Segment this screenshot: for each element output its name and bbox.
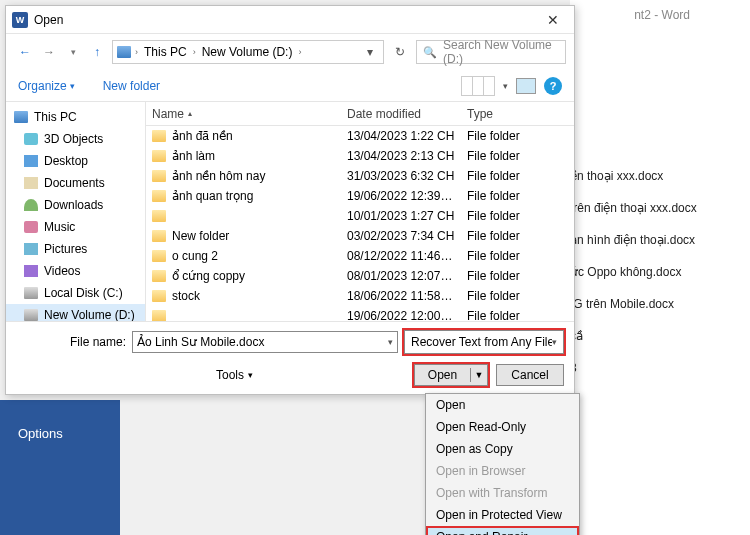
help-button[interactable]: ? [544, 77, 562, 95]
file-date: 31/03/2023 6:32 CH [341, 169, 461, 183]
icon-pc [14, 111, 28, 123]
sidebar: This PC3D ObjectsDesktopDocumentsDownloa… [6, 102, 146, 321]
back-button[interactable]: ← [14, 41, 36, 63]
close-button[interactable]: ✕ [538, 12, 568, 28]
chevron-down-icon[interactable]: ▾ [388, 337, 393, 347]
sidebar-item[interactable]: Pictures [6, 238, 145, 260]
menu-item[interactable]: Open Read-Only [426, 416, 579, 438]
file-row[interactable]: stock18/06/2022 11:58 CHFile folder [146, 286, 574, 306]
recent-dropdown-icon[interactable]: ▾ [62, 41, 84, 63]
sidebar-item-label: Desktop [44, 154, 88, 168]
bg-app-title: nt2 - Word [634, 8, 690, 22]
file-row[interactable]: 10/01/2023 1:27 CHFile folder [146, 206, 574, 226]
chevron-down-icon: ▾ [552, 337, 557, 347]
sidebar-item[interactable]: New Volume (D:) [6, 304, 145, 321]
open-split-button[interactable]: Open ▼ [414, 364, 488, 386]
open-dropdown-menu: OpenOpen Read-OnlyOpen as CopyOpen in Br… [425, 393, 580, 535]
file-name: ổ cứng coppy [172, 269, 245, 283]
sidebar-item[interactable]: Local Disk (C:) [6, 282, 145, 304]
path-dropdown[interactable]: ▾ [361, 45, 379, 59]
organize-button[interactable]: Organize▾ [18, 79, 75, 93]
file-type: File folder [461, 209, 574, 223]
file-row[interactable]: ảnh làm13/04/2023 2:13 CHFile folder [146, 146, 574, 166]
file-row[interactable]: ảnh đã nền13/04/2023 1:22 CHFile folder [146, 126, 574, 146]
bg-file-list: ền thoại xxx.docxtrên điện thoại xxx.doc… [570, 160, 730, 416]
bg-file-item: ls [570, 384, 730, 416]
sidebar-item[interactable]: Videos [6, 260, 145, 282]
filename-label: File name: [16, 335, 126, 349]
breadcrumb[interactable]: › This PC › New Volume (D:) › ▾ [112, 40, 384, 64]
file-icon [152, 250, 166, 262]
preview-pane-button[interactable] [516, 78, 536, 94]
file-row[interactable]: ảnh quan trọng19/06/2022 12:39 SAFile fo… [146, 186, 574, 206]
file-name: stock [172, 289, 200, 303]
bg-file-item: ản hình điện thoại.docx [570, 224, 730, 256]
bg-file-item: /G trên Mobile.docx [570, 288, 730, 320]
file-name: ảnh nền hôm nay [172, 169, 265, 183]
chevron-right-icon: › [133, 47, 140, 57]
file-icon [152, 190, 166, 202]
icon-music [24, 221, 38, 233]
cancel-button[interactable]: Cancel [496, 364, 564, 386]
bg-file-item: 3 [570, 352, 730, 384]
menu-item[interactable]: Open in Protected View [426, 504, 579, 526]
view-dropdown-icon[interactable]: ▾ [503, 81, 508, 91]
sidebar-item[interactable]: This PC [6, 106, 145, 128]
newfolder-button[interactable]: New folder [103, 79, 160, 93]
refresh-button[interactable]: ↻ [388, 40, 412, 64]
search-placeholder: Search New Volume (D:) [443, 38, 559, 66]
file-row[interactable]: 19/06/2022 12:00 SAFile folder [146, 306, 574, 321]
file-name: ảnh làm [172, 149, 215, 163]
search-input[interactable]: 🔍 Search New Volume (D:) [416, 40, 566, 64]
icon-videos [24, 265, 38, 277]
up-button[interactable]: ↑ [86, 41, 108, 63]
filename-input[interactable]: Ảo Linh Sư Mobile.docx ▾ [132, 331, 398, 353]
view-mode-button[interactable] [461, 76, 495, 96]
file-row[interactable]: o cung 208/12/2022 11:46 SAFile folder [146, 246, 574, 266]
sidebar-item[interactable]: Desktop [6, 150, 145, 172]
file-icon [152, 170, 166, 182]
menu-item[interactable]: Open and Repair [426, 526, 579, 535]
file-row[interactable]: ảnh nền hôm nay31/03/2023 6:32 CHFile fo… [146, 166, 574, 186]
open-dropdown-caret[interactable]: ▼ [471, 370, 487, 380]
file-icon [152, 210, 166, 222]
file-date: 18/06/2022 11:58 CH [341, 289, 461, 303]
file-type-filter[interactable]: Recover Text from Any File (*.*) ▾ [404, 330, 564, 354]
options-label: Options [18, 426, 63, 441]
tools-button[interactable]: Tools ▾ [216, 368, 253, 382]
sidebar-item[interactable]: Music [6, 216, 145, 238]
dialog-title: Open [34, 13, 63, 27]
pc-icon [117, 46, 131, 58]
file-date: 19/06/2022 12:39 SA [341, 189, 461, 203]
column-header[interactable]: Name▴ Date modified Type [146, 102, 574, 126]
sidebar-item[interactable]: 3D Objects [6, 128, 145, 150]
sidebar-item-label: This PC [34, 110, 77, 124]
search-icon: 🔍 [423, 46, 437, 59]
file-type: File folder [461, 169, 574, 183]
file-name: ảnh quan trọng [172, 189, 253, 203]
sidebar-item-label: Documents [44, 176, 105, 190]
menu-item[interactable]: Open as Copy [426, 438, 579, 460]
icon-disk [24, 287, 38, 299]
icon-pictures [24, 243, 38, 255]
options-panel[interactable]: Options [0, 400, 120, 535]
chevron-right-icon: › [191, 47, 198, 57]
file-type: File folder [461, 149, 574, 163]
path-seg-drive[interactable]: New Volume (D:) [200, 45, 295, 59]
file-row[interactable]: New folder03/02/2023 7:34 CHFile folder [146, 226, 574, 246]
file-date: 13/04/2023 1:22 CH [341, 129, 461, 143]
file-name: New folder [172, 229, 229, 243]
sidebar-item-label: 3D Objects [44, 132, 103, 146]
path-seg-thispc[interactable]: This PC [142, 45, 189, 59]
sidebar-item[interactable]: Documents [6, 172, 145, 194]
word-app-icon: W [12, 12, 28, 28]
menu-item[interactable]: Open [426, 394, 579, 416]
file-row[interactable]: ổ cứng coppy08/01/2023 12:07 SAFile fold… [146, 266, 574, 286]
open-button[interactable]: Open [415, 368, 471, 382]
file-date: 08/12/2022 11:46 SA [341, 249, 461, 263]
sidebar-item[interactable]: Downloads [6, 194, 145, 216]
file-type: File folder [461, 309, 574, 321]
forward-button[interactable]: → [38, 41, 60, 63]
file-name: o cung 2 [172, 249, 218, 263]
bg-file-item: ền thoại xxx.docx [570, 160, 730, 192]
